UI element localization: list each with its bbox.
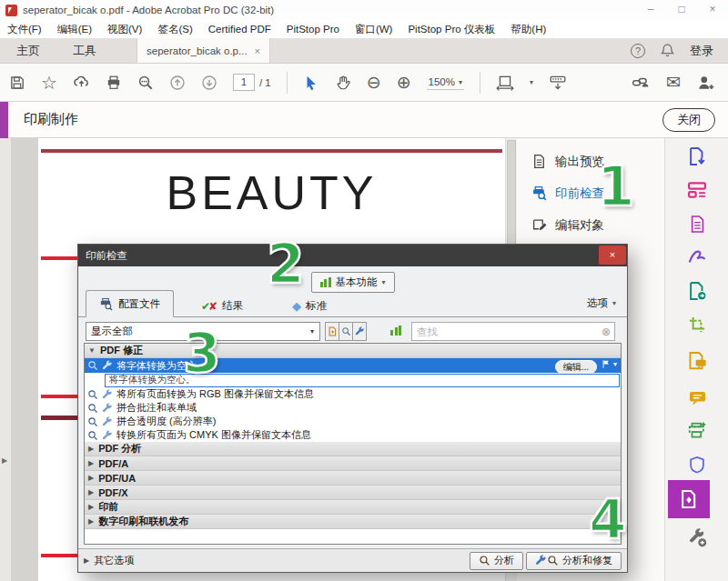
tab-profiles[interactable]: 配置文件 (86, 290, 174, 317)
group-pdfua[interactable]: ▶ PDF/UA (85, 471, 621, 486)
page-number-input[interactable]: 1 (233, 74, 255, 91)
collapse-icon[interactable]: ▼ (88, 346, 96, 355)
group-pdfx[interactable]: ▶ PDF/X (85, 486, 621, 500)
crop-pages-tool[interactable] (665, 309, 728, 340)
tool-output-preview[interactable]: 输出预览 (517, 145, 664, 177)
menu-certified-pdf[interactable]: Certified PDF (208, 24, 271, 35)
view-profiles-button[interactable] (325, 322, 339, 341)
list-item[interactable]: 将所有页面转换为 RGB 图像并保留文本信息 (85, 387, 621, 401)
expand-icon[interactable]: ▶ (88, 445, 94, 453)
tool-preflight[interactable]: 印前检查 (517, 177, 664, 209)
close-window-button[interactable]: × (697, 0, 728, 20)
request-comments-tool[interactable] (665, 346, 728, 376)
menu-sign[interactable]: 签名(S) (157, 23, 192, 36)
group-pdf-analysis[interactable]: ▶ PDF 分析 (85, 442, 621, 456)
favorite-star-icon[interactable]: ☆ (41, 74, 57, 92)
expand-icon[interactable]: ▶ (88, 488, 94, 496)
expand-nav-icon[interactable]: ▶ (2, 456, 7, 465)
dialog-titlebar[interactable]: 印前检查 (78, 245, 627, 266)
menu-edit[interactable]: 编辑(E) (57, 23, 92, 36)
tab-results[interactable]: ✔✘ 结果 (201, 299, 243, 313)
menu-bar: 文件(F) 编辑(E) 视图(V) 签名(S) Certified PDF Pi… (0, 20, 728, 38)
fill-sign-tool[interactable] (665, 242, 728, 273)
zoom-level-dropdown[interactable]: 150% ▾ (427, 75, 464, 90)
search-input[interactable] (412, 326, 602, 337)
shared-link-icon[interactable] (632, 75, 650, 91)
menu-file[interactable]: 文件(F) (7, 23, 42, 36)
print-production-alt-tool[interactable] (665, 416, 728, 446)
menu-view[interactable]: 视图(V) (107, 23, 142, 36)
zoom-in-icon[interactable]: ⊕ (397, 74, 411, 91)
list-item[interactable]: 拼合透明度 (高分辨率) (85, 415, 621, 428)
tab-tools[interactable]: 工具 (56, 38, 113, 63)
dialog-close-button[interactable]: × (599, 245, 626, 265)
other-options-expander[interactable]: ▶ 其它选项 (84, 554, 134, 567)
menu-pitstop-pro[interactable]: PitStop Pro (287, 24, 339, 35)
close-panel-button[interactable]: 关闭 (662, 108, 715, 132)
list-item-selected[interactable]: 将字体转换为空心 编辑... ▾ (85, 358, 621, 373)
expand-icon[interactable]: ▶ (88, 517, 94, 526)
select-tool-icon[interactable] (303, 75, 319, 91)
help-icon[interactable]: ? (631, 44, 645, 58)
sign-in-link[interactable]: 登录 (690, 43, 713, 59)
page-comment-icon (687, 351, 707, 371)
hide-toolbar-icon[interactable] (549, 75, 567, 91)
crop-icon (688, 316, 706, 334)
list-item[interactable]: 转换所有页面为 CMYK 图像并保留文本信息 (85, 428, 621, 442)
maximize-button[interactable]: □ (666, 0, 697, 20)
view-checks-button[interactable] (339, 322, 353, 341)
minimize-button[interactable]: – (635, 0, 666, 20)
clear-search-icon[interactable]: ⊗ (602, 326, 614, 338)
zoom-out-icon[interactable]: ⊖ (367, 74, 381, 91)
expand-icon[interactable]: ▶ (88, 503, 94, 511)
item-label: 将所有页面转换为 RGB 图像并保留文本信息 (116, 387, 314, 401)
notifications-bell-icon[interactable] (660, 43, 675, 58)
favorite-flag-control[interactable]: ▾ (602, 359, 617, 369)
edit-pdf-tool[interactable] (665, 208, 728, 239)
wrench-icon (535, 555, 547, 566)
send-review-tool[interactable] (665, 275, 728, 306)
expand-icon[interactable]: ▶ (88, 474, 94, 482)
comment-tool[interactable] (665, 382, 728, 413)
menu-window[interactable]: 窗口(W) (355, 23, 393, 36)
share-cloud-icon[interactable] (73, 74, 90, 91)
view-fixups-button[interactable] (352, 322, 367, 341)
close-document-icon[interactable]: × (255, 45, 260, 56)
previous-page-icon[interactable] (169, 75, 186, 91)
hand-tool-icon[interactable] (335, 75, 351, 91)
search-zoom-icon[interactable] (137, 75, 154, 91)
print-production-active-tool[interactable] (668, 480, 710, 518)
print-icon[interactable] (106, 75, 122, 91)
menu-help[interactable]: 帮助(H) (511, 23, 546, 36)
group-label: PDF/X (98, 487, 127, 498)
add-reviewer-icon[interactable] (697, 75, 715, 91)
analyze-fix-button[interactable]: 分析和修复 (526, 552, 622, 570)
tool-edit-object[interactable]: 编辑对象 (517, 209, 664, 241)
list-item[interactable]: 拼合批注和表单域 (85, 401, 621, 415)
tab-standards[interactable]: ◆ 标准 (292, 299, 327, 313)
group-prepress[interactable]: ▶ 印前 (85, 500, 621, 515)
chevron-down-icon[interactable]: ▾ (530, 78, 533, 86)
fit-width-icon[interactable] (496, 75, 514, 91)
group-digital-printing[interactable]: ▶ 数字印刷和联机发布 (85, 515, 621, 529)
options-dropdown[interactable]: 选项 ▾ (587, 296, 616, 310)
tab-document[interactable]: seperator_bicak o.p... × (136, 38, 270, 63)
analyze-button[interactable]: 分析 (470, 552, 523, 570)
protect-tool[interactable] (665, 449, 728, 480)
send-email-icon[interactable]: ✉ (666, 74, 681, 91)
tab-home[interactable]: 主页 (0, 38, 56, 63)
menu-pitstop-dashboard[interactable]: PitStop Pro 仪表板 (408, 23, 495, 36)
nav-pane-rail[interactable]: ▶ (0, 138, 12, 581)
next-page-icon[interactable] (201, 75, 217, 91)
save-icon[interactable] (9, 75, 25, 91)
organize-pages-tool[interactable] (665, 175, 728, 205)
toolbar-separator (480, 72, 480, 94)
add-tools-button[interactable] (665, 522, 728, 553)
group-pdf-fixups[interactable]: ▼ PDF 修正 (85, 344, 621, 358)
chevron-down-icon: ▾ (613, 360, 617, 368)
group-pdfa[interactable]: ▶ PDF/A (85, 456, 621, 471)
preflight-icon (531, 185, 547, 201)
expand-icon[interactable]: ▶ (88, 459, 94, 467)
export-pdf-tool[interactable] (665, 141, 728, 172)
edit-button[interactable]: 编辑... (555, 360, 597, 374)
